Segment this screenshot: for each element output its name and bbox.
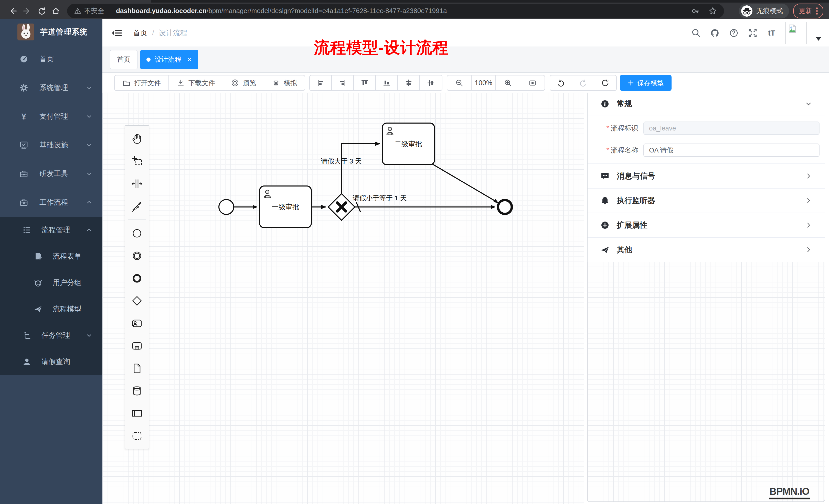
sidebar-item-task-mgmt[interactable]: 任务管理 <box>0 322 102 348</box>
sidebar: 芋道管理系统 首页 系统管理 ¥ 支付管理 基础设施 <box>0 19 102 504</box>
sidebar-item-label: 任务管理 <box>41 331 70 340</box>
back-icon[interactable] <box>6 5 20 16</box>
url-text[interactable]: dashboard.yudao.iocoder.cn/bpm/manager/m… <box>116 7 447 15</box>
palette-create-gateway[interactable] <box>125 289 149 312</box>
redo-button[interactable] <box>572 75 594 90</box>
palette-hand-tool[interactable] <box>125 127 149 150</box>
help-icon[interactable] <box>729 28 739 38</box>
align-horizontal-center-button[interactable] <box>420 75 442 90</box>
download-file-button[interactable]: 下载文件 <box>169 75 223 90</box>
palette-lasso-tool[interactable] <box>125 150 149 172</box>
align-right-button[interactable] <box>332 75 354 90</box>
palette-global-connect-tool[interactable] <box>125 195 149 218</box>
simulate-button[interactable]: 模拟 <box>264 75 305 90</box>
browser-active-tab[interactable] <box>0 0 151 3</box>
app-logo[interactable]: 芋道管理系统 <box>0 19 102 45</box>
zoom-out-button[interactable] <box>447 75 472 90</box>
sidebar-item-label: 用户分组 <box>53 278 81 287</box>
palette-create-end-event[interactable] <box>125 267 149 289</box>
app-logo-image <box>17 24 34 40</box>
panel-section-other[interactable]: 其他 <box>587 238 825 262</box>
palette-create-subprocess[interactable] <box>125 335 149 357</box>
flow-task2-to-end[interactable] <box>433 164 498 203</box>
palette-create-user-task[interactable] <box>125 312 149 335</box>
palette-separator <box>128 220 146 220</box>
sidebar-fold-icon[interactable] <box>111 27 122 39</box>
palette-create-data-object[interactable] <box>125 357 149 380</box>
panel-section-listeners[interactable]: 执行监听器 <box>587 189 825 213</box>
avatar[interactable] <box>786 22 807 44</box>
sidebar-item-payment[interactable]: ¥ 支付管理 <box>0 102 102 131</box>
sidebar-item-home[interactable]: 首页 <box>0 45 102 73</box>
sidebar-item-process-form[interactable]: 流程表单 <box>0 243 102 269</box>
bpmn-canvas[interactable]: 一级审批 二级审批 请假大于 3 天 请假小于等于 1 天 <box>102 92 584 504</box>
bpmn-exclusive-gateway[interactable] <box>328 194 355 220</box>
undo-button[interactable] <box>550 75 572 90</box>
bpmn-end-event[interactable] <box>498 200 512 214</box>
refresh-button[interactable] <box>594 75 616 90</box>
palette-create-intermediate-event[interactable] <box>125 244 149 267</box>
palette-create-group[interactable] <box>125 425 149 447</box>
sidebar-item-system[interactable]: 系统管理 <box>0 73 102 102</box>
forward-icon[interactable] <box>20 5 34 16</box>
preview-button[interactable]: 预览 <box>223 75 264 90</box>
address-bar[interactable]: 不安全 dashboard.yudao.iocoder.cn/bpm/manag… <box>67 4 724 18</box>
flow-gateway-to-task2[interactable] <box>341 144 380 194</box>
sidebar-item-devtools[interactable]: 研发工具 <box>0 159 102 188</box>
align-bottom-button[interactable] <box>376 75 398 90</box>
condition-gt-label: 请假大于 3 天 <box>321 157 362 166</box>
sidebar-item-leave-query[interactable]: 请假查询 <box>0 348 102 375</box>
align-left-button[interactable] <box>310 75 332 90</box>
home-icon[interactable] <box>49 5 63 16</box>
palette-space-tool[interactable] <box>125 172 149 195</box>
field-label-process-key: *流程标识 <box>587 124 638 133</box>
preview-icon <box>231 79 239 87</box>
avatar-caret-icon[interactable] <box>816 37 821 41</box>
close-tab-icon[interactable] <box>187 57 192 62</box>
github-icon[interactable] <box>710 28 720 38</box>
incognito-label: 无痕模式 <box>756 6 783 15</box>
search-icon[interactable] <box>691 28 701 38</box>
align-vertical-center-button[interactable] <box>398 75 420 90</box>
palette-create-participant[interactable] <box>125 402 149 425</box>
sidebar-item-label: 支付管理 <box>39 112 68 121</box>
process-name-input[interactable] <box>643 144 820 157</box>
zoom-in-button[interactable] <box>496 75 520 90</box>
sidebar-item-workflow[interactable]: 工作流程 <box>0 188 102 217</box>
palette-create-start-event[interactable] <box>125 222 149 244</box>
robot-face-icon <box>34 278 42 287</box>
chevron-down-icon <box>86 332 92 339</box>
sidebar-item-label: 研发工具 <box>39 169 68 179</box>
panel-section-messages[interactable]: 消息与信号 <box>587 164 825 189</box>
palette-create-data-store[interactable] <box>125 380 149 402</box>
breadcrumb-home[interactable]: 首页 <box>133 28 147 38</box>
chevron-up-icon <box>86 199 92 205</box>
sidebar-item-process-model[interactable]: 流程模型 <box>0 296 102 322</box>
tab-home[interactable]: 首页 <box>110 50 138 69</box>
font-size-icon[interactable]: tT <box>766 28 777 38</box>
zoom-reset-button[interactable] <box>520 75 545 90</box>
panel-section-extensions[interactable]: 扩展属性 <box>587 213 825 238</box>
reload-icon[interactable] <box>34 5 49 16</box>
browser-tabstrip <box>0 0 829 3</box>
workflow-submenu: 流程管理 流程表单 用户分组 流程模型 任务管理 <box>0 217 102 375</box>
sidebar-item-user-group[interactable]: 用户分组 <box>0 269 102 296</box>
sidebar-item-process-mgmt[interactable]: 流程管理 <box>0 217 102 243</box>
bpmn-start-event[interactable] <box>219 200 234 215</box>
save-model-button[interactable]: 保存模型 <box>620 75 672 91</box>
paper-plane-icon <box>34 305 42 313</box>
align-top-button[interactable] <box>354 75 376 90</box>
tab-design-process[interactable]: 设计流程 <box>140 50 198 69</box>
browser-menu-icon[interactable] <box>816 7 818 14</box>
key-icon[interactable] <box>691 7 699 15</box>
sidebar-item-infra[interactable]: 基础设施 <box>0 131 102 159</box>
open-file-button[interactable]: 打开文件 <box>115 75 169 90</box>
process-key-input[interactable] <box>643 121 820 135</box>
panel-section-general[interactable]: 常规 <box>587 92 825 115</box>
sidebar-item-label: 流程表单 <box>53 251 81 261</box>
breadcrumb-current: 设计流程 <box>159 28 187 38</box>
bookmark-star-icon[interactable] <box>709 7 717 15</box>
fullscreen-icon[interactable] <box>748 28 758 38</box>
bpmn-io-logo[interactable]: BPMN.iO <box>769 486 810 499</box>
update-button[interactable]: 更新 <box>793 4 823 18</box>
